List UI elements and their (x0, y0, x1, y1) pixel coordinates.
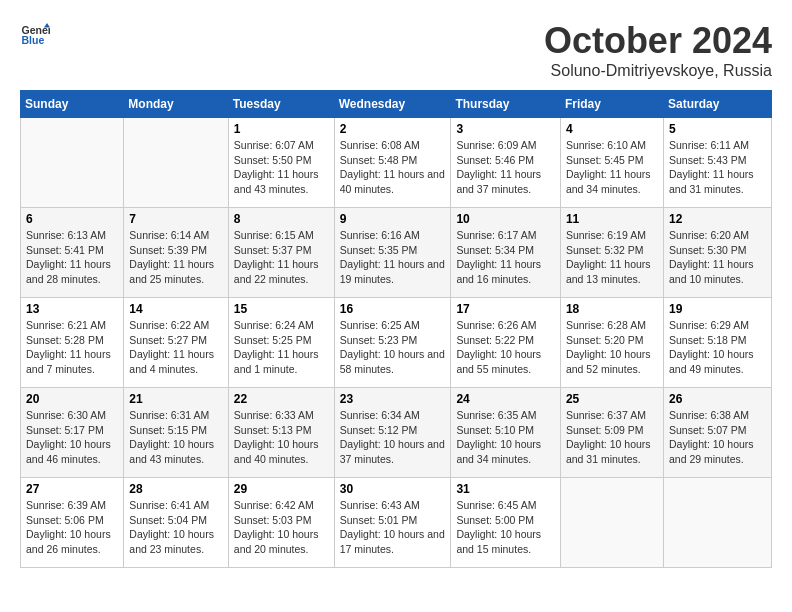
sunrise: Sunrise: 6:24 AM (234, 319, 314, 331)
calendar-cell: 5 Sunrise: 6:11 AM Sunset: 5:43 PM Dayli… (663, 118, 771, 208)
daylight: Daylight: 10 hours and 23 minutes. (129, 528, 214, 555)
sunset: Sunset: 5:34 PM (456, 244, 534, 256)
day-number: 2 (340, 122, 446, 136)
day-number: 4 (566, 122, 658, 136)
day-number: 30 (340, 482, 446, 496)
sunset: Sunset: 5:32 PM (566, 244, 644, 256)
sunrise: Sunrise: 6:16 AM (340, 229, 420, 241)
daylight: Daylight: 10 hours and 52 minutes. (566, 348, 651, 375)
sunrise: Sunrise: 6:31 AM (129, 409, 209, 421)
sunset: Sunset: 5:27 PM (129, 334, 207, 346)
day-number: 25 (566, 392, 658, 406)
sunset: Sunset: 5:20 PM (566, 334, 644, 346)
col-monday: Monday (124, 91, 228, 118)
calendar-cell: 23 Sunrise: 6:34 AM Sunset: 5:12 PM Dayl… (334, 388, 451, 478)
sunrise: Sunrise: 6:41 AM (129, 499, 209, 511)
calendar-cell: 21 Sunrise: 6:31 AM Sunset: 5:15 PM Dayl… (124, 388, 228, 478)
sunset: Sunset: 5:39 PM (129, 244, 207, 256)
day-number: 13 (26, 302, 118, 316)
header-row: Sunday Monday Tuesday Wednesday Thursday… (21, 91, 772, 118)
sunset: Sunset: 5:13 PM (234, 424, 312, 436)
col-friday: Friday (560, 91, 663, 118)
day-number: 1 (234, 122, 329, 136)
calendar-cell: 9 Sunrise: 6:16 AM Sunset: 5:35 PM Dayli… (334, 208, 451, 298)
page-header: General Blue October 2024 Soluno-Dmitriy… (20, 20, 772, 80)
sunset: Sunset: 5:45 PM (566, 154, 644, 166)
sunrise: Sunrise: 6:07 AM (234, 139, 314, 151)
sunrise: Sunrise: 6:19 AM (566, 229, 646, 241)
daylight: Daylight: 11 hours and 7 minutes. (26, 348, 111, 375)
daylight: Daylight: 10 hours and 31 minutes. (566, 438, 651, 465)
day-number: 16 (340, 302, 446, 316)
sunrise: Sunrise: 6:37 AM (566, 409, 646, 421)
calendar-cell: 2 Sunrise: 6:08 AM Sunset: 5:48 PM Dayli… (334, 118, 451, 208)
calendar-cell: 3 Sunrise: 6:09 AM Sunset: 5:46 PM Dayli… (451, 118, 561, 208)
calendar-cell: 24 Sunrise: 6:35 AM Sunset: 5:10 PM Dayl… (451, 388, 561, 478)
calendar-cell: 25 Sunrise: 6:37 AM Sunset: 5:09 PM Dayl… (560, 388, 663, 478)
sunrise: Sunrise: 6:35 AM (456, 409, 536, 421)
calendar-cell: 10 Sunrise: 6:17 AM Sunset: 5:34 PM Dayl… (451, 208, 561, 298)
sunset: Sunset: 5:00 PM (456, 514, 534, 526)
day-number: 23 (340, 392, 446, 406)
day-number: 28 (129, 482, 222, 496)
day-number: 5 (669, 122, 766, 136)
daylight: Daylight: 11 hours and 34 minutes. (566, 168, 651, 195)
calendar-cell: 20 Sunrise: 6:30 AM Sunset: 5:17 PM Dayl… (21, 388, 124, 478)
sunrise: Sunrise: 6:10 AM (566, 139, 646, 151)
daylight: Daylight: 11 hours and 4 minutes. (129, 348, 214, 375)
daylight: Daylight: 11 hours and 25 minutes. (129, 258, 214, 285)
sunset: Sunset: 5:15 PM (129, 424, 207, 436)
sunrise: Sunrise: 6:33 AM (234, 409, 314, 421)
daylight: Daylight: 11 hours and 19 minutes. (340, 258, 445, 285)
col-thursday: Thursday (451, 91, 561, 118)
calendar-cell: 13 Sunrise: 6:21 AM Sunset: 5:28 PM Dayl… (21, 298, 124, 388)
calendar-week-row: 27 Sunrise: 6:39 AM Sunset: 5:06 PM Dayl… (21, 478, 772, 568)
daylight: Daylight: 11 hours and 10 minutes. (669, 258, 754, 285)
sunset: Sunset: 5:35 PM (340, 244, 418, 256)
sunset: Sunset: 5:09 PM (566, 424, 644, 436)
title-block: October 2024 Soluno-Dmitriyevskoye, Russ… (544, 20, 772, 80)
daylight: Daylight: 11 hours and 28 minutes. (26, 258, 111, 285)
daylight: Daylight: 10 hours and 55 minutes. (456, 348, 541, 375)
day-number: 24 (456, 392, 555, 406)
day-number: 10 (456, 212, 555, 226)
sunset: Sunset: 5:10 PM (456, 424, 534, 436)
calendar-cell (663, 478, 771, 568)
sunrise: Sunrise: 6:11 AM (669, 139, 749, 151)
calendar-cell (124, 118, 228, 208)
calendar-week-row: 6 Sunrise: 6:13 AM Sunset: 5:41 PM Dayli… (21, 208, 772, 298)
svg-text:Blue: Blue (22, 34, 45, 46)
calendar-header: Sunday Monday Tuesday Wednesday Thursday… (21, 91, 772, 118)
logo-icon: General Blue (20, 20, 50, 50)
sunset: Sunset: 5:17 PM (26, 424, 104, 436)
day-number: 31 (456, 482, 555, 496)
sunset: Sunset: 5:07 PM (669, 424, 747, 436)
day-number: 18 (566, 302, 658, 316)
daylight: Daylight: 10 hours and 17 minutes. (340, 528, 445, 555)
location-title: Soluno-Dmitriyevskoye, Russia (544, 62, 772, 80)
calendar-cell (560, 478, 663, 568)
daylight: Daylight: 11 hours and 22 minutes. (234, 258, 319, 285)
sunrise: Sunrise: 6:13 AM (26, 229, 106, 241)
calendar-cell: 8 Sunrise: 6:15 AM Sunset: 5:37 PM Dayli… (228, 208, 334, 298)
sunrise: Sunrise: 6:45 AM (456, 499, 536, 511)
calendar-cell: 16 Sunrise: 6:25 AM Sunset: 5:23 PM Dayl… (334, 298, 451, 388)
daylight: Daylight: 10 hours and 49 minutes. (669, 348, 754, 375)
sunrise: Sunrise: 6:20 AM (669, 229, 749, 241)
calendar-cell: 7 Sunrise: 6:14 AM Sunset: 5:39 PM Dayli… (124, 208, 228, 298)
daylight: Daylight: 11 hours and 40 minutes. (340, 168, 445, 195)
sunset: Sunset: 5:46 PM (456, 154, 534, 166)
calendar-body: 1 Sunrise: 6:07 AM Sunset: 5:50 PM Dayli… (21, 118, 772, 568)
calendar-table: Sunday Monday Tuesday Wednesday Thursday… (20, 90, 772, 568)
sunset: Sunset: 5:41 PM (26, 244, 104, 256)
sunset: Sunset: 5:01 PM (340, 514, 418, 526)
day-number: 15 (234, 302, 329, 316)
day-number: 19 (669, 302, 766, 316)
month-title: October 2024 (544, 20, 772, 62)
day-number: 12 (669, 212, 766, 226)
day-number: 20 (26, 392, 118, 406)
calendar-cell: 31 Sunrise: 6:45 AM Sunset: 5:00 PM Dayl… (451, 478, 561, 568)
sunset: Sunset: 5:30 PM (669, 244, 747, 256)
calendar-cell: 17 Sunrise: 6:26 AM Sunset: 5:22 PM Dayl… (451, 298, 561, 388)
sunset: Sunset: 5:18 PM (669, 334, 747, 346)
